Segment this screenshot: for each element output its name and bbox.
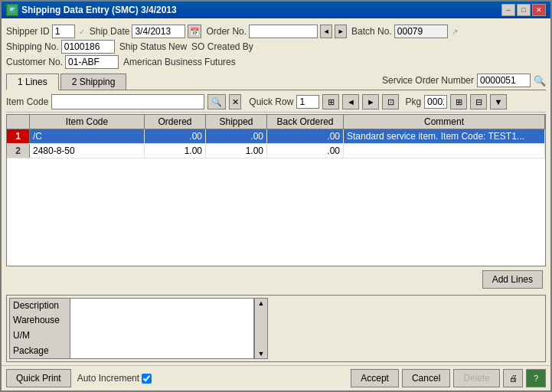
ship-status-value: New	[168, 41, 187, 52]
ship-status-group: Ship Status New	[119, 41, 187, 52]
window-controls: – □ ✕	[501, 4, 546, 16]
col-header-num	[7, 115, 30, 129]
item-code-label: Item Code	[6, 96, 48, 107]
ship-status-label: Ship Status	[119, 41, 166, 52]
tabs-section: 1 Lines 2 Shipping Service Order Number …	[6, 74, 546, 90]
customer-no-group: Customer No.	[6, 55, 119, 69]
item-code-search-btn[interactable]: 🔍	[207, 94, 226, 109]
package-value[interactable]	[70, 344, 254, 359]
order-no-search-btn[interactable]: ◄	[320, 24, 332, 38]
table-row[interactable]: 1 /C .00 .00 .00 Standard service item. …	[7, 129, 545, 144]
auto-increment-checkbox[interactable]	[142, 374, 152, 384]
row-item-code-1: /C	[30, 129, 145, 143]
print-icon-button[interactable]: 🖨	[503, 369, 523, 387]
cancel-button[interactable]: Cancel	[402, 369, 450, 387]
customer-no-input[interactable]	[65, 55, 119, 69]
col-header-back-ordered: Back Ordered	[267, 115, 344, 129]
tab-lines[interactable]: 1 Lines	[6, 74, 59, 90]
item-code-input[interactable]	[51, 94, 204, 109]
description-label: Description	[9, 298, 70, 313]
maximize-button[interactable]: □	[517, 4, 531, 16]
row-comment-1: Standard service item. Item Code: TEST1.…	[344, 129, 545, 143]
calendar-button[interactable]: 📅	[188, 24, 201, 38]
tab-shipping[interactable]: 2 Shipping	[60, 74, 127, 90]
footer-left: Quick Print Auto Increment	[6, 369, 152, 387]
col-header-item-code: Item Code	[30, 115, 145, 129]
description-value[interactable]	[70, 298, 254, 313]
quick-row-label: Quick Row	[249, 96, 293, 107]
pkg-btn3[interactable]: ▼	[490, 94, 507, 109]
col-header-shipped: Shipped	[206, 115, 267, 129]
shipper-id-label: Shipper ID	[6, 26, 50, 37]
auto-increment-label: Auto Increment	[77, 373, 139, 384]
company-name: American Business Futures	[123, 57, 236, 67]
quick-row-browse-btn[interactable]: ⊞	[322, 94, 339, 109]
quick-row-prev-btn[interactable]: ◄	[342, 94, 359, 109]
footer-row: Quick Print Auto Increment Accept Cancel…	[2, 365, 550, 390]
pkg-btn1[interactable]: ⊞	[450, 94, 467, 109]
col-header-comment: Comment	[344, 115, 545, 129]
row-item-code-2: 2480-8-50	[30, 144, 145, 158]
service-order-input[interactable]	[477, 74, 531, 87]
order-no-label: Order No.	[206, 26, 247, 37]
row-back-ordered-2: .00	[267, 144, 344, 158]
main-grid-panel: Item Code Ordered Shipped Back Ordered C…	[6, 114, 546, 266]
col-header-ordered: Ordered	[145, 115, 206, 129]
warehouse-label: Warehouse	[9, 313, 70, 328]
item-code-clear-btn[interactable]: ✕	[229, 94, 241, 109]
help-icon-button[interactable]: ?	[526, 369, 546, 387]
auto-increment-group: Auto Increment	[77, 373, 152, 384]
scroll-down-icon[interactable]: ▼	[258, 350, 265, 358]
service-order-group: Service Order Number 🔍	[382, 74, 546, 90]
shipping-no-label: Shipping No.	[6, 41, 59, 52]
quick-row-next-btn[interactable]: ►	[362, 94, 379, 109]
quick-row-input[interactable]	[296, 95, 319, 109]
row-shipped-1: .00	[206, 129, 267, 143]
so-created-by-group: SO Created By	[191, 41, 253, 52]
scroll-up-icon[interactable]: ▲	[258, 299, 265, 307]
minimize-button[interactable]: –	[501, 4, 515, 16]
customer-no-label: Customer No.	[6, 57, 63, 67]
delete-button[interactable]: Delete	[453, 369, 500, 387]
shipping-no-input[interactable]	[61, 40, 115, 54]
row-num-1: 1	[7, 129, 30, 143]
pkg-btn2[interactable]: ⊟	[470, 94, 487, 109]
detail-scrollbar[interactable]: ▲ ▼	[254, 298, 268, 359]
quick-print-button[interactable]: Quick Print	[6, 369, 71, 387]
order-no-next-btn[interactable]: ►	[335, 24, 347, 38]
batch-no-input[interactable]	[394, 24, 448, 38]
row-ordered-2: 1.00	[145, 144, 206, 158]
shipper-id-input[interactable]	[52, 24, 75, 38]
window-title: Shipping Data Entry (SMC) 3/4/2013	[21, 5, 177, 15]
service-order-search-icon[interactable]: 🔍	[534, 75, 546, 87]
accept-button[interactable]: Accept	[351, 369, 399, 387]
main-window: Shipping Data Entry (SMC) 3/4/2013 – □ ✕…	[0, 0, 552, 392]
batch-no-label: Batch No.	[351, 26, 392, 37]
um-label: U/M	[9, 328, 70, 344]
add-lines-button[interactable]: Add Lines	[482, 270, 543, 289]
grid-header: Item Code Ordered Shipped Back Ordered C…	[7, 115, 545, 129]
row-back-ordered-1: .00	[267, 129, 344, 143]
content-area: Shipper ID ✓ Ship Date 📅 Order No. ◄ ► B…	[2, 18, 550, 365]
warehouse-value[interactable]	[70, 313, 254, 328]
close-button[interactable]: ✕	[532, 4, 546, 16]
detail-panel: Description ▲ ▼ Warehouse U/M Package	[6, 295, 546, 362]
table-row[interactable]: 2 2480-8-50 1.00 1.00 .00	[7, 144, 545, 158]
shipper-id-group: Shipper ID ✓	[6, 24, 85, 38]
shipping-no-group: Shipping No.	[6, 40, 115, 54]
ship-date-label: Ship Date	[90, 26, 130, 37]
toolbar-row: Item Code 🔍 ✕ Quick Row ⊞ ◄ ► ⊡ Pkg ⊞ ⊟ …	[6, 92, 546, 113]
batch-no-group: Batch No. ↗	[351, 24, 458, 38]
row-shipped-2: 1.00	[206, 144, 267, 158]
ship-date-input[interactable]	[132, 24, 185, 38]
order-no-group: Order No. ◄ ►	[206, 24, 347, 38]
package-label: Package	[9, 344, 70, 359]
add-lines-container: Add Lines	[6, 268, 546, 291]
um-value[interactable]	[70, 328, 254, 344]
pkg-input[interactable]	[424, 95, 447, 109]
ship-date-group: Ship Date 📅	[90, 24, 202, 38]
header-section: Shipper ID ✓ Ship Date 📅 Order No. ◄ ► B…	[6, 21, 546, 72]
quick-row-end-btn[interactable]: ⊡	[382, 94, 399, 109]
order-no-input[interactable]	[249, 24, 318, 38]
pkg-label: Pkg	[405, 96, 421, 107]
